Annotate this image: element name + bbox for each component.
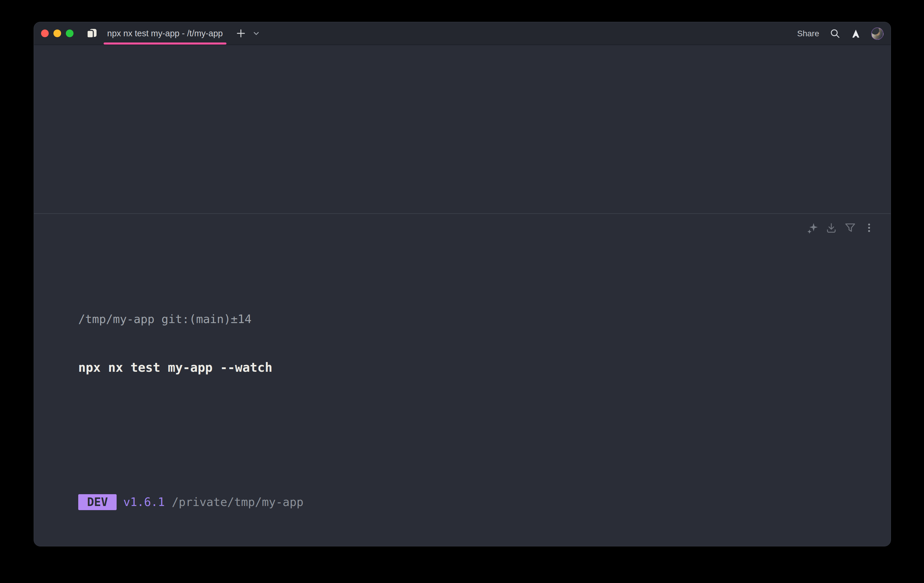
tab-bar: npx nx test my-app - /t/my-app Share: [34, 22, 891, 45]
minimize-window-button[interactable]: [53, 30, 61, 37]
active-tab-indicator: [104, 43, 226, 44]
new-tab-button[interactable]: [236, 28, 246, 38]
dev-badge: DEV: [78, 494, 117, 510]
traffic-lights: [41, 30, 74, 37]
vitest-header-line: DEVv1.6.1 /private/tmp/my-app: [78, 494, 874, 510]
tab-npx-nx-test[interactable]: npx nx test my-app - /t/my-app: [102, 22, 228, 44]
filter-icon[interactable]: [844, 222, 856, 234]
command-block: /tmp/my-app git:(main)±14 npx nx test my…: [34, 213, 891, 547]
share-button[interactable]: Share: [797, 29, 819, 38]
vitest-version: v1.6.1: [123, 496, 165, 509]
command-line: npx nx test my-app --watch: [78, 359, 874, 376]
terminal-window: npx nx test my-app - /t/my-app Share: [34, 22, 891, 547]
avatar[interactable]: [871, 28, 884, 40]
ai-sparkle-icon[interactable]: [806, 222, 818, 234]
warp-logo-icon[interactable]: [851, 28, 861, 39]
download-icon[interactable]: [825, 222, 838, 234]
vitest-output: DEVv1.6.1 /private/tmp/my-app ✓ src/app/…: [78, 446, 874, 547]
panes-icon: [86, 28, 97, 38]
kebab-menu-icon[interactable]: [863, 222, 875, 234]
scrollback-area: [34, 45, 891, 213]
zoom-window-button[interactable]: [66, 30, 74, 37]
block-actions: [806, 222, 875, 234]
close-window-button[interactable]: [41, 30, 49, 37]
vitest-cwd: /private/tmp/my-app: [165, 496, 304, 509]
prompt-line: /tmp/my-app git:(main)±14: [78, 311, 874, 327]
chevron-down-icon[interactable]: [252, 30, 260, 37]
tab-title: npx nx test my-app - /t/my-app: [107, 29, 223, 38]
search-icon[interactable]: [830, 28, 840, 39]
